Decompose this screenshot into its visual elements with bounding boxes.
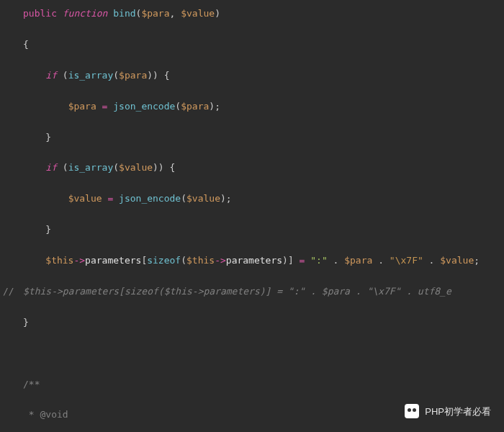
keyword-public: public [23, 8, 57, 19]
code-line-blank [3, 346, 504, 361]
watermark: PHP初学者必看 [405, 404, 491, 419]
code-line: if (is_array($value)) { [3, 160, 504, 175]
code-line: public function bind($para, $value) [3, 6, 504, 21]
code-line-commented: //$this->parameters[sizeof($this->parame… [3, 284, 504, 299]
code-line: $para = json_encode($para); [3, 99, 504, 114]
code-line: { [3, 37, 504, 52]
watermark-text: PHP初学者必看 [425, 404, 491, 419]
keyword-function: function [63, 8, 108, 19]
code-line: if (is_array($para)) { [3, 68, 504, 83]
docblock-start: /** [3, 377, 504, 392]
wechat-icon [405, 404, 419, 418]
function-name: bind [113, 8, 135, 19]
code-line: } [3, 315, 504, 330]
gutter-comment: // [3, 284, 23, 299]
code-line: $value = json_encode($value); [3, 191, 504, 206]
code-line: } [3, 222, 504, 237]
code-line: } [3, 130, 504, 145]
code-line: $this->parameters[sizeof($this->paramete… [3, 253, 504, 268]
code-editor: public function bind($para, $value) { if… [3, 6, 504, 432]
